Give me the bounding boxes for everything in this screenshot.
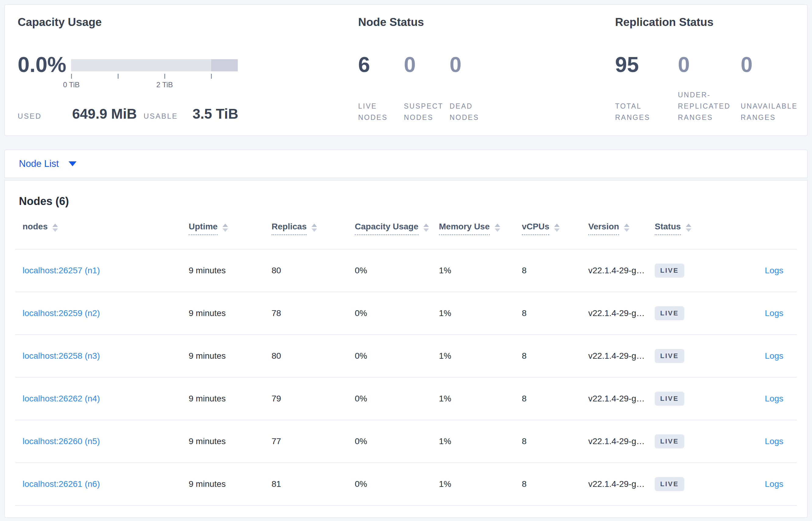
column-header-label: Uptime [189, 222, 218, 235]
capacity-usage-panel: Capacity Usage 0.0% 0 TiB 2 TiB [5, 5, 358, 135]
vcpus-cell: 8 [515, 394, 581, 404]
sort-icon[interactable] [686, 224, 691, 232]
version-cell: v22.1.4-29-g… [581, 309, 647, 318]
column-header[interactable]: Version [581, 222, 647, 235]
stat-value: 0 [741, 52, 792, 77]
memory-cell: 1% [432, 394, 515, 404]
column-header-label: Memory Use [439, 222, 490, 235]
capacity-cell: 0% [348, 479, 432, 489]
sort-icon[interactable] [423, 224, 429, 232]
sort-icon[interactable] [554, 224, 559, 232]
node-link[interactable]: localhost:26259 (n2) [23, 309, 100, 318]
nodes-table-header-row: nodes Uptime Replicas Capacity Usage Mem… [15, 208, 797, 250]
table-row: localhost:26257 (n1) 9 minutes 80 0% 1% … [15, 250, 797, 292]
column-header[interactable]: Uptime [181, 222, 264, 235]
sort-ascending-icon [624, 224, 629, 227]
usable-label: USABLE [144, 112, 178, 120]
stat-label: LIVE NODES [358, 101, 393, 123]
sort-descending-icon [495, 228, 500, 232]
stat-value: 0 [678, 52, 730, 77]
axis-tick-label-2: 2 TiB [157, 81, 173, 89]
nodes-table-body: localhost:26257 (n1) 9 minutes 80 0% 1% … [15, 250, 797, 506]
replicas-cell: 77 [264, 436, 348, 446]
vcpus-cell: 8 [515, 266, 581, 275]
node-list-dropdown-label: Node List [19, 158, 59, 169]
uptime-cell: 9 minutes [181, 436, 264, 446]
sort-icon[interactable] [311, 224, 317, 232]
logs-link[interactable]: Logs [765, 309, 783, 318]
sort-descending-icon [222, 228, 228, 232]
stat-block: 0 DEAD NODES [450, 52, 484, 123]
sort-ascending-icon [423, 224, 429, 227]
logs-link[interactable]: Logs [765, 479, 783, 489]
sort-ascending-icon [52, 224, 58, 227]
version-cell: v22.1.4-29-g… [581, 436, 647, 446]
logs-link[interactable]: Logs [765, 436, 783, 446]
column-header[interactable]: Memory Use [432, 222, 515, 235]
node-list-dropdown[interactable]: Node List [19, 158, 76, 169]
capacity-cell: 0% [348, 436, 432, 446]
table-row: localhost:26259 (n2) 9 minutes 78 0% 1% … [15, 292, 797, 335]
sort-icon[interactable] [495, 224, 500, 232]
nodes-table-card: Nodes (6) nodes Uptime Replicas Capacity… [4, 180, 808, 518]
vcpus-cell: 8 [515, 436, 581, 446]
status-badge: LIVE [655, 264, 684, 277]
logs-link[interactable]: Logs [765, 266, 783, 275]
column-header-label: vCPUs [522, 222, 549, 235]
column-header[interactable]: Status [647, 222, 719, 235]
sort-ascending-icon [554, 224, 559, 227]
sort-icon[interactable] [222, 224, 228, 232]
status-badge: LIVE [655, 306, 684, 320]
replication-status-stats: 95 TOTAL RANGES 0 UNDER-REPLICATED RANGE… [615, 52, 807, 123]
capacity-cell: 0% [348, 266, 432, 275]
sort-icon[interactable] [624, 224, 629, 232]
node-status-title: Node Status [358, 15, 615, 29]
column-header[interactable]: Capacity Usage [348, 222, 432, 235]
sort-ascending-icon [495, 224, 500, 227]
uptime-cell: 9 minutes [181, 266, 264, 275]
sort-ascending-icon [686, 224, 691, 227]
capacity-axis [71, 74, 238, 79]
table-row: localhost:26258 (n3) 9 minutes 80 0% 1% … [15, 335, 797, 378]
status-badge: LIVE [655, 477, 684, 491]
status-badge: LIVE [655, 392, 684, 406]
column-header[interactable]: Replicas [264, 222, 348, 235]
vcpus-cell: 8 [515, 309, 581, 318]
replicas-cell: 80 [264, 351, 348, 361]
node-link[interactable]: localhost:26258 (n3) [23, 351, 100, 361]
table-row: localhost:26261 (n6) 9 minutes 81 0% 1% … [15, 463, 797, 506]
sort-ascending-icon [311, 224, 317, 227]
replicas-cell: 78 [264, 309, 348, 318]
stat-block: 0 SUSPECT NODES [404, 52, 438, 123]
logs-link[interactable]: Logs [765, 394, 783, 403]
memory-cell: 1% [432, 436, 515, 446]
column-header[interactable]: nodes [15, 222, 181, 235]
column-header[interactable]: vCPUs [515, 222, 581, 235]
column-header-label: Version [588, 222, 619, 235]
replicas-cell: 81 [264, 479, 348, 489]
sort-icon[interactable] [52, 224, 58, 232]
column-header-label: Replicas [271, 222, 307, 235]
view-selector-bar: Node List [4, 150, 808, 178]
node-link[interactable]: localhost:26260 (n5) [23, 436, 100, 446]
stat-label: UNDER-REPLICATED RANGES [678, 89, 731, 123]
node-link[interactable]: localhost:26261 (n6) [23, 479, 100, 489]
vcpus-cell: 8 [515, 479, 581, 489]
capacity-cell: 0% [348, 309, 432, 318]
memory-cell: 1% [432, 266, 515, 275]
sort-descending-icon [554, 228, 559, 232]
node-link[interactable]: localhost:26262 (n4) [23, 394, 100, 403]
sort-descending-icon [423, 228, 429, 232]
replication-status-title: Replication Status [615, 15, 807, 29]
stat-value: 95 [615, 52, 667, 77]
axis-tick [71, 74, 72, 79]
status-badge: LIVE [655, 349, 684, 363]
axis-tick [211, 74, 212, 79]
stat-block: 0 UNDER-REPLICATED RANGES [678, 52, 730, 123]
node-link[interactable]: localhost:26257 (n1) [23, 266, 100, 275]
capacity-bar-dark-segment [211, 59, 238, 71]
capacity-cell: 0% [348, 394, 432, 404]
uptime-cell: 9 minutes [181, 309, 264, 318]
replicas-cell: 79 [264, 394, 348, 404]
logs-link[interactable]: Logs [765, 351, 783, 361]
